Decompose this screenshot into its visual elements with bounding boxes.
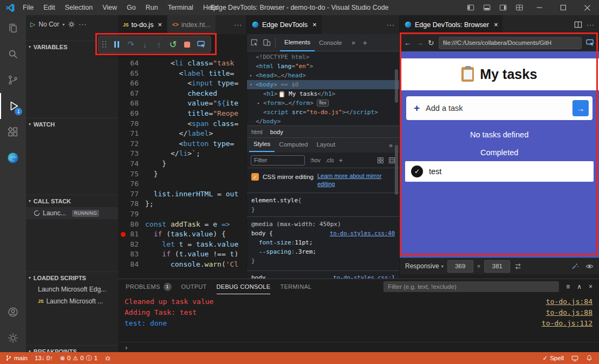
customize-layout-icon[interactable] — [511, 0, 528, 15]
reload-icon[interactable]: ↻ — [428, 38, 434, 47]
toggle-sidebar-icon[interactable] — [463, 0, 479, 15]
devtools-tab[interactable]: Styles — [249, 137, 275, 152]
task-done-checkbox[interactable]: ✓ — [411, 166, 423, 177]
devtools-tab[interactable]: Elements — [280, 34, 315, 51]
minimize-button[interactable] — [528, 0, 551, 15]
device-emulation-icon[interactable] — [263, 38, 271, 47]
line-number[interactable]: 77 — [118, 189, 139, 200]
more-actions-icon[interactable]: ··· — [79, 21, 87, 28]
notifications-button[interactable] — [586, 355, 593, 361]
restart-button[interactable]: ↺ — [166, 37, 180, 51]
add-task-row[interactable]: + Add a task → — [406, 96, 593, 120]
call-stack-item[interactable]: Launc... RUNNING — [26, 207, 118, 219]
wand-icon[interactable] — [571, 262, 579, 270]
screencast-status[interactable] — [571, 355, 578, 362]
add-task-input[interactable]: Add a task — [426, 104, 463, 112]
sync-indicator[interactable]: 13↓ 0↑ — [35, 355, 53, 361]
menu-item[interactable]: File — [18, 0, 38, 15]
breadcrumb-item[interactable]: body — [270, 129, 283, 135]
sidebar-item-explorer[interactable] — [0, 15, 26, 41]
stylesheet-link[interactable]: to-do-styles.css:40 — [330, 229, 395, 238]
scrollbar[interactable] — [395, 69, 398, 103]
start-debug-icon[interactable]: ▷ — [30, 21, 35, 28]
devtools-tab[interactable]: Layout — [312, 137, 340, 152]
pause-button[interactable] — [110, 37, 123, 51]
stylesheet-link[interactable]: to-do-styles.css:1 — [333, 273, 395, 279]
responsive-dropdown[interactable]: Responsive▾ — [405, 262, 444, 270]
source-link[interactable]: to-do.js:84 — [546, 296, 593, 307]
expand-arrow-icon[interactable]: ▸ — [250, 73, 256, 78]
sidebar-item-source-control[interactable] — [0, 67, 26, 93]
menu-item[interactable]: View — [97, 0, 122, 15]
dom-tree-row[interactable]: ▸ <head>…</head> — [247, 71, 399, 80]
expand-arrow-icon[interactable]: ▸ — [257, 101, 263, 105]
devtools-editor-tab[interactable]: Edge DevTools × — [247, 15, 322, 34]
menu-item[interactable]: Selection — [60, 0, 97, 15]
close-panel-icon[interactable]: × — [589, 283, 593, 290]
loaded-script-item[interactable]: Launch Microsoft Edg... — [26, 283, 118, 295]
close-tab-icon[interactable]: × — [312, 21, 317, 29]
mirror-learn-more-link[interactable]: Learn more about mirror editing — [317, 172, 395, 188]
section-watch[interactable]: ▾WATCH — [26, 118, 118, 130]
dom-tree-row[interactable]: <script src="to-do.js"></script> — [247, 108, 399, 117]
swap-dimensions-icon[interactable] — [514, 262, 522, 270]
viewport-height-input[interactable] — [484, 260, 510, 273]
url-input[interactable] — [439, 37, 582, 49]
menu-item[interactable]: Edit — [38, 0, 60, 15]
debug-console-input[interactable]: › — [118, 342, 599, 352]
line-number[interactable]: 80 — [118, 220, 139, 230]
line-number[interactable]: 70 — [118, 119, 139, 129]
toggle-hover-state-button[interactable]: :hov — [310, 157, 321, 163]
line-number[interactable]: 79 — [118, 209, 139, 220]
back-icon[interactable]: ← — [404, 38, 412, 47]
debug-config-dropdown[interactable]: No Cor — [38, 21, 59, 28]
line-number[interactable]: 72 — [118, 139, 139, 149]
line-number[interactable]: 74 — [118, 159, 139, 169]
close-tab-icon[interactable]: × — [158, 21, 162, 29]
drag-handle[interactable] — [101, 40, 108, 49]
element-style-block[interactable]: element.style { } — [247, 193, 399, 216]
step-out-button[interactable]: ↑ — [152, 37, 166, 51]
line-number[interactable]: 68 — [118, 98, 139, 109]
editor-tab[interactable]: JS to-do.js × — [118, 15, 167, 34]
browser-editor-tab[interactable]: Edge DevTools: Browser × — [400, 15, 503, 34]
add-tool-icon[interactable]: + — [363, 38, 367, 47]
sidebar-item-edge-devtools[interactable] — [0, 145, 26, 171]
screencast-icon[interactable] — [586, 38, 595, 47]
scrollbar[interactable] — [395, 145, 398, 195]
output-actions-icon[interactable]: ≡ — [566, 283, 570, 290]
line-number[interactable]: 75 — [118, 169, 139, 180]
panel-tab[interactable]: DEBUG CONSOLE — [217, 280, 271, 294]
sidebar-item-extensions[interactable] — [0, 119, 26, 145]
more-actions-icon[interactable]: ··· — [587, 21, 595, 29]
loaded-script-item[interactable]: JS Launch Microsoft ... — [26, 295, 118, 307]
line-number[interactable]: 65 — [118, 69, 139, 79]
line-number[interactable]: 84 — [118, 260, 139, 270]
code-editor[interactable]: 64 <li class="task 65 <label title= 66 <… — [118, 34, 246, 279]
panel-tab[interactable]: OUTPUT — [181, 280, 207, 294]
step-over-button[interactable]: ↷ — [124, 37, 138, 51]
devtools-tab[interactable]: Computed — [275, 137, 312, 152]
menu-item[interactable]: Terminal — [163, 0, 198, 15]
source-link[interactable]: to-do.js:112 — [542, 318, 593, 329]
branch-indicator[interactable]: main — [5, 355, 28, 361]
inspect-icon[interactable] — [250, 38, 258, 47]
line-number[interactable]: 76 — [118, 179, 139, 189]
expand-arrow-icon[interactable]: ▾ — [250, 82, 256, 87]
settings-button[interactable] — [0, 325, 26, 351]
line-number[interactable]: 69 — [118, 109, 139, 119]
account-button[interactable] — [0, 299, 26, 325]
dom-tree-row[interactable]: ▸ <form>…</form>flex — [247, 98, 399, 108]
dom-tree-row[interactable]: </body> — [247, 117, 399, 126]
line-number[interactable]: 67 — [118, 89, 139, 99]
line-number[interactable]: 73 — [118, 149, 139, 159]
completed-task-row[interactable]: ✓ test — [405, 161, 594, 182]
split-editor-icon[interactable] — [574, 21, 582, 29]
editor-tab[interactable]: <> index.ht... — [167, 15, 216, 34]
dom-tree-row[interactable]: <html lang="en"> — [247, 62, 399, 71]
panel-tab[interactable]: PROBLEMS 1 — [126, 280, 172, 294]
viewport-width-input[interactable] — [447, 260, 473, 273]
css-property-value[interactable]: 11pt; — [295, 238, 312, 247]
styles-filter-input[interactable] — [251, 155, 305, 166]
css-mirror-checkbox[interactable]: ✓ — [251, 173, 259, 181]
